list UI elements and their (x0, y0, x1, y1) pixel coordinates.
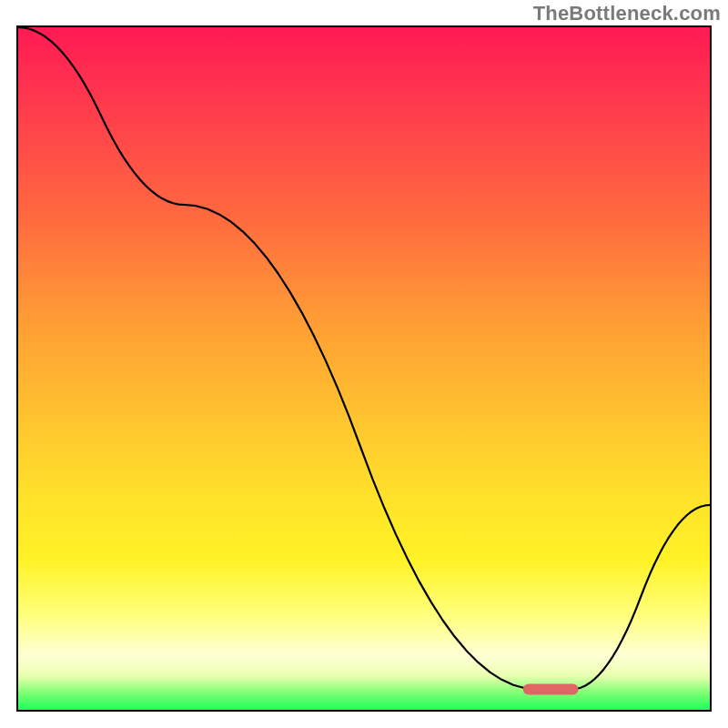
line-plot (18, 27, 710, 710)
svg-rect-0 (523, 684, 579, 695)
plot-area (16, 25, 712, 712)
bottleneck-chart: TheBottleneck.com (0, 0, 728, 728)
attribution-text: TheBottleneck.com (533, 2, 721, 25)
series-line (18, 27, 710, 690)
optimal-marker (523, 684, 579, 695)
